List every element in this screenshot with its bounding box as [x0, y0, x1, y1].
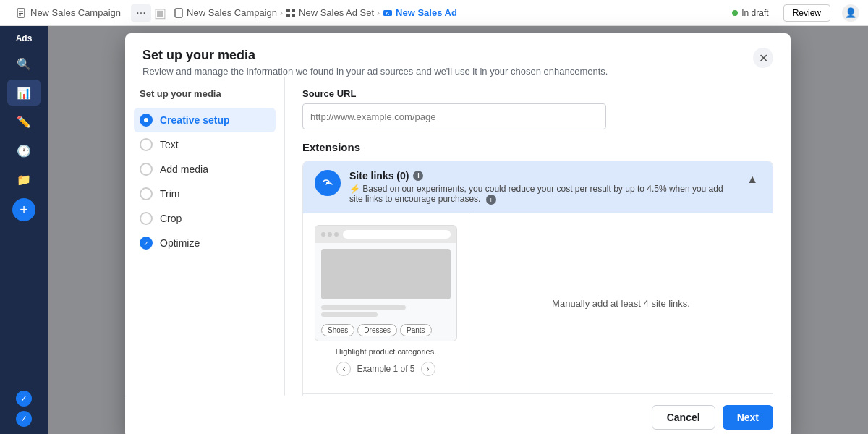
adset-breadcrumb: New Sales Ad Set — [299, 7, 374, 18]
step-radio-add-media — [140, 163, 153, 176]
sidebar-check-2: ✓ — [16, 411, 32, 427]
step-radio-trim — [140, 187, 153, 200]
svg-text:A: A — [386, 11, 389, 16]
preview-next-button[interactable]: › — [421, 362, 435, 376]
next-button[interactable]: Next — [723, 405, 773, 430]
preview-tag-dresses: Dresses — [357, 324, 397, 336]
step-trim[interactable]: Trim — [134, 182, 276, 206]
source-url-input[interactable] — [302, 103, 606, 129]
breadcrumb-sep-2: › — [377, 8, 380, 18]
site-links-info-icon[interactable]: i — [413, 171, 423, 181]
step-label-optimize: Optimize — [160, 237, 200, 249]
add-icon: + — [20, 202, 28, 218]
sidebar: Ads 🔍 📊 ✏️ 🕐 📁 + ✓ ✓ — [0, 26, 48, 434]
modal-title: Set up your media — [142, 48, 608, 63]
clock-icon: 🕐 — [17, 144, 31, 158]
status-dot — [732, 10, 738, 16]
preview-card: Shoes Dresses Pants — [315, 225, 457, 341]
step-text[interactable]: Text — [134, 132, 276, 157]
preview-nav: ‹ Example 1 of 5 › — [315, 356, 457, 382]
steps-title: Set up your media — [134, 88, 276, 99]
step-radio-optimize — [140, 237, 153, 250]
breadcrumb-sep-1: › — [280, 8, 283, 18]
sidebar-add-button[interactable]: + — [12, 198, 35, 221]
step-crop[interactable]: Crop — [134, 206, 276, 231]
ext-info: Site links (0) i ⚡ Based on our experime… — [349, 170, 735, 205]
source-url-label: Source URL — [302, 88, 773, 99]
search-icon: 🔍 — [17, 57, 31, 71]
modal-close-button[interactable]: ✕ — [753, 48, 773, 68]
analytics-icon: 📊 — [17, 86, 31, 100]
preview-dot-3 — [334, 232, 339, 237]
preview-tags: Shoes Dresses Pants — [315, 320, 456, 341]
svg-point-11 — [326, 182, 329, 184]
status-badge: In draft — [732, 8, 768, 18]
preview-caption: Highlight product categories. — [315, 347, 457, 356]
preview-dot-2 — [328, 232, 332, 237]
ext-collapse-button[interactable]: ▲ — [744, 170, 761, 189]
preview-tag-shoes: Shoes — [321, 324, 354, 336]
ext-title: Site links (0) i — [349, 170, 735, 182]
modal-footer: Cancel Next — [125, 396, 791, 434]
step-add-media[interactable]: Add media — [134, 157, 276, 182]
sidebar-check-1: ✓ — [16, 391, 32, 407]
sidebar-item-analytics[interactable]: 📊 — [7, 80, 41, 106]
sidebar-item-search[interactable]: 🔍 — [7, 51, 41, 77]
grid-icon — [286, 8, 296, 18]
sidebar-checks: ✓ ✓ — [16, 391, 32, 427]
modal-header: Set up your media Review and manage the … — [125, 33, 791, 77]
extensions-header: Site links (0) i ⚡ Based on our experime… — [303, 161, 773, 213]
steps-sidebar: Set up your media Creative setup Text Ad… — [125, 77, 284, 396]
campaign-tab-label: New Sales Campaign — [30, 7, 121, 18]
preview-image — [321, 249, 451, 299]
folder-icon: 📁 — [17, 173, 31, 187]
preview-dot-1 — [321, 232, 326, 237]
sidebar-item-history[interactable]: 🕐 — [7, 137, 41, 163]
svg-rect-4 — [175, 9, 182, 17]
preview-browser-bar — [315, 226, 456, 243]
svg-rect-8 — [292, 14, 295, 17]
sidebar-item-edit[interactable]: ✏️ — [7, 109, 41, 135]
preview-text-line-1 — [321, 305, 406, 310]
modal-content-area: Source URL Extensions — [284, 77, 791, 396]
preview-url-bar — [343, 230, 451, 239]
more-button[interactable]: ··· — [131, 4, 151, 22]
step-radio-crop — [140, 212, 153, 225]
document-icon-2 — [174, 8, 184, 18]
toggle-icon: ▣ — [151, 5, 169, 21]
pencil-icon: ✏️ — [17, 115, 31, 129]
preview-browser-dots — [321, 232, 339, 237]
cancel-button[interactable]: Cancel — [652, 405, 715, 430]
step-optimize[interactable]: Optimize — [134, 231, 276, 255]
step-label-crop: Crop — [160, 213, 182, 224]
main-content: Set up your media Review and manage the … — [48, 26, 868, 434]
ext-desc: ⚡ Based on our experiments, you could re… — [349, 184, 735, 205]
extensions-body: Shoes Dresses Pants Highlight product ca… — [303, 213, 773, 393]
step-label-trim: Trim — [160, 188, 179, 200]
step-radio-creative-setup — [140, 114, 153, 127]
review-button[interactable]: Review — [783, 4, 830, 22]
step-creative-setup[interactable]: Creative setup — [134, 108, 276, 132]
campaign-breadcrumb: New Sales Campaign — [187, 7, 277, 18]
extensions-card: Site links (0) i ⚡ Based on our experime… — [302, 161, 773, 396]
preview-example-label: Example 1 of 5 — [357, 364, 414, 374]
modal: Set up your media Review and manage the … — [125, 33, 791, 434]
ext-desc-info-icon[interactable]: i — [486, 195, 496, 205]
example-preview: Shoes Dresses Pants Highlight product ca… — [303, 213, 469, 393]
modal-body: Set up your media Creative setup Text Ad… — [125, 77, 791, 396]
modal-subtitle: Review and manage the information we fou… — [142, 66, 608, 77]
preview-prev-button[interactable]: ‹ — [336, 362, 351, 376]
sidebar-item-files[interactable]: 📁 — [7, 166, 41, 192]
ad-icon: A — [383, 8, 393, 18]
svg-rect-6 — [292, 9, 295, 12]
tab-campaign[interactable]: New Sales Campaign — [9, 4, 128, 21]
site-links-icon — [315, 170, 341, 196]
modal-overlay: Set up your media Review and manage the … — [48, 26, 868, 434]
svg-rect-5 — [286, 9, 290, 12]
example-empty: Manually add at least 4 site links. — [469, 213, 773, 393]
svg-rect-7 — [286, 14, 290, 17]
ad-breadcrumb: New Sales Ad — [396, 7, 457, 18]
lightning-icon: ⚡ — [349, 184, 360, 194]
extensions-section-title: Extensions — [302, 141, 773, 153]
step-label-creative-setup: Creative setup — [160, 114, 229, 126]
